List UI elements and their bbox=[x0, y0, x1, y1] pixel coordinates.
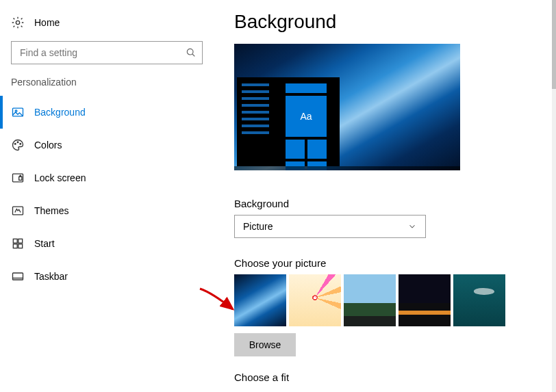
picture-thumb-4[interactable] bbox=[399, 274, 451, 326]
svg-point-0 bbox=[16, 21, 19, 24]
palette-icon bbox=[11, 138, 25, 152]
picture-thumbnails bbox=[234, 274, 556, 326]
svg-rect-11 bbox=[13, 239, 17, 243]
preview-sample-text: Aa bbox=[286, 96, 327, 137]
page-title: Background bbox=[234, 11, 556, 33]
choose-fit-label: Choose a fit bbox=[234, 371, 556, 383]
background-label: Background bbox=[234, 198, 556, 209]
background-dropdown[interactable]: Picture bbox=[234, 215, 426, 238]
svg-point-5 bbox=[14, 144, 16, 145]
picture-icon bbox=[11, 105, 25, 119]
taskbar-icon bbox=[11, 270, 25, 283]
gear-icon bbox=[11, 16, 25, 29]
sidebar-item-themes[interactable]: Themes bbox=[0, 194, 219, 227]
sidebar-item-label: Colors bbox=[34, 140, 62, 151]
sidebar-item-label: Taskbar bbox=[34, 271, 68, 282]
sidebar-nav: Background Colors Lock s bbox=[0, 96, 219, 293]
themes-icon bbox=[11, 204, 25, 218]
picture-thumb-5[interactable] bbox=[453, 274, 505, 326]
sidebar: Home Personalization bbox=[0, 0, 219, 392]
chevron-down-icon bbox=[407, 222, 417, 231]
sidebar-item-label: Lock screen bbox=[34, 172, 86, 183]
picture-thumb-2[interactable] bbox=[289, 274, 341, 326]
svg-point-1 bbox=[187, 49, 193, 55]
sidebar-item-background[interactable]: Background bbox=[0, 96, 219, 129]
search-icon bbox=[186, 47, 197, 58]
sidebar-item-colors[interactable]: Colors bbox=[0, 129, 219, 161]
sidebar-item-start[interactable]: Start bbox=[0, 227, 219, 260]
sidebar-item-lock-screen[interactable]: Lock screen bbox=[0, 161, 219, 194]
search-input[interactable] bbox=[12, 42, 202, 64]
svg-point-7 bbox=[20, 144, 21, 145]
start-icon bbox=[11, 237, 25, 250]
main-content: Background Aa Background Picture bbox=[219, 0, 556, 392]
desktop-preview: Aa bbox=[234, 44, 460, 170]
nav-home[interactable]: Home bbox=[0, 11, 219, 34]
browse-button[interactable]: Browse bbox=[234, 333, 296, 356]
picture-thumb-3[interactable] bbox=[344, 274, 396, 326]
svg-rect-12 bbox=[18, 239, 23, 243]
picture-thumb-1[interactable] bbox=[234, 274, 286, 326]
svg-rect-13 bbox=[13, 244, 17, 248]
sidebar-item-label: Background bbox=[34, 107, 86, 118]
background-dropdown-value: Picture bbox=[243, 221, 273, 232]
sidebar-item-taskbar[interactable]: Taskbar bbox=[0, 260, 219, 293]
preview-start-menu: Aa bbox=[237, 77, 340, 166]
svg-rect-14 bbox=[18, 244, 23, 248]
sidebar-item-label: Themes bbox=[34, 205, 69, 216]
svg-point-6 bbox=[17, 142, 18, 143]
sidebar-item-label: Start bbox=[34, 238, 55, 249]
sidebar-section-title: Personalization bbox=[0, 77, 219, 96]
choose-picture-label: Choose your picture bbox=[234, 257, 556, 269]
search-box[interactable] bbox=[11, 41, 203, 64]
nav-home-label: Home bbox=[34, 17, 60, 28]
svg-line-2 bbox=[192, 54, 194, 56]
svg-rect-15 bbox=[13, 273, 23, 280]
scrollbar-thumb[interactable] bbox=[552, 0, 556, 89]
svg-rect-9 bbox=[19, 177, 22, 180]
lock-screen-icon bbox=[11, 171, 25, 185]
